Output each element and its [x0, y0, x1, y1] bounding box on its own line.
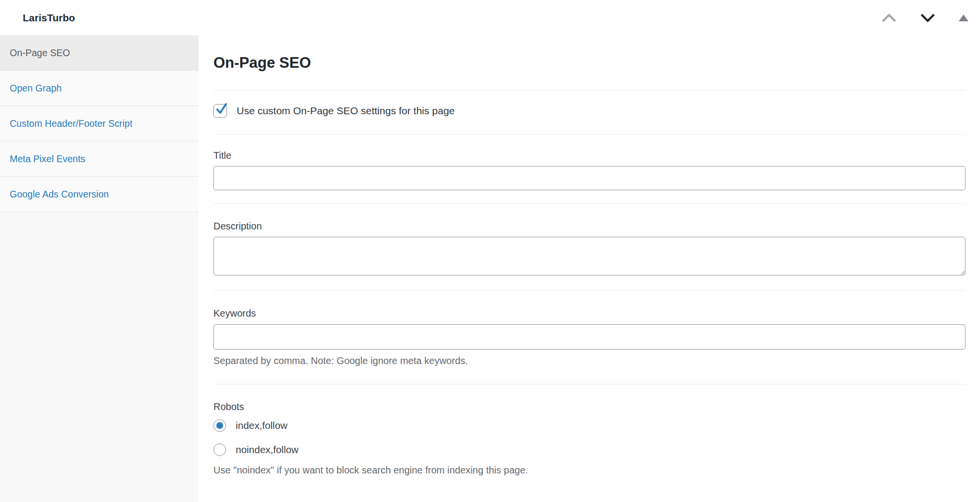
metabox-handle-actions [881, 13, 969, 23]
settings-sidebar: On-Page SEO Open Graph Custom Header/Foo… [0, 35, 198, 502]
page-title: On-Page SEO [213, 54, 965, 72]
robots-noindex-follow-radio[interactable] [213, 443, 226, 456]
description-field-section: Description [213, 204, 965, 275]
tab-custom-header-footer-script[interactable]: Custom Header/Footer Script [0, 106, 198, 141]
robots-help-text: Use "noindex" if you want to block searc… [213, 465, 965, 476]
keywords-help-text: Separated by comma. Note: Google ignore … [213, 355, 965, 366]
use-custom-settings-row: Use custom On-Page SEO settings for this… [213, 104, 965, 118]
robots-option-row: index,follow [213, 419, 965, 432]
robots-noindex-follow-label[interactable]: noindex,follow [236, 444, 299, 456]
laristurbo-metabox: LarisTurbo On-Page SEO Open Graph Custom… [0, 0, 980, 502]
robots-label: Robots [213, 400, 965, 413]
panel-title: LarisTurbo [23, 12, 75, 24]
use-custom-settings-checkbox[interactable] [213, 104, 227, 118]
robots-index-follow-radio[interactable] [213, 419, 226, 432]
tab-open-graph[interactable]: Open Graph [0, 71, 198, 106]
section-divider [213, 90, 965, 91]
keywords-input[interactable] [213, 324, 965, 350]
move-down-icon[interactable] [920, 13, 936, 23]
toggle-panel-icon[interactable] [958, 14, 969, 22]
description-label: Description [213, 220, 965, 232]
on-page-seo-panel: On-Page SEO Use custom On-Page SEO setti… [198, 54, 980, 495]
robots-option-row: noindex,follow [213, 443, 965, 456]
title-label: Title [213, 149, 965, 162]
title-input[interactable] [213, 166, 965, 190]
tab-meta-pixel-events[interactable]: Meta Pixel Events [0, 141, 198, 177]
metabox-header: LarisTurbo [0, 0, 980, 35]
robots-index-follow-label[interactable]: index,follow [236, 420, 287, 431]
keywords-field-section: Keywords Separated by comma. Note: Googl… [213, 291, 965, 366]
keywords-label: Keywords [213, 307, 965, 319]
tab-on-page-seo[interactable]: On-Page SEO [0, 35, 198, 71]
description-textarea[interactable] [213, 237, 965, 275]
use-custom-settings-label[interactable]: Use custom On-Page SEO settings for this… [237, 105, 455, 117]
title-field-section: Title [213, 135, 965, 190]
robots-field-section: Robots index,follow noindex,follow Use "… [213, 384, 965, 495]
move-up-icon[interactable] [881, 13, 897, 23]
tab-google-ads-conversion[interactable]: Google Ads Conversion [0, 177, 198, 212]
